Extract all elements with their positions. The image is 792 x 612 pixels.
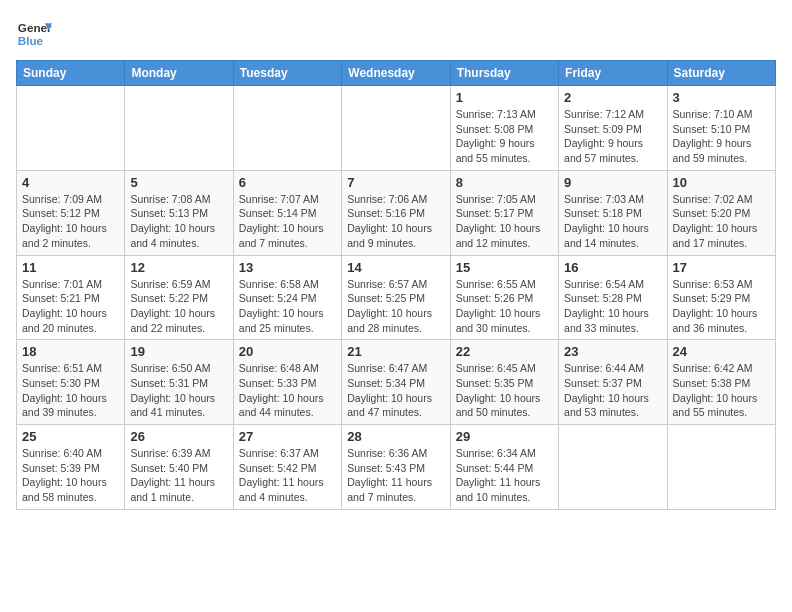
day-number: 17 xyxy=(673,260,770,275)
calendar-week-row: 1Sunrise: 7:13 AM Sunset: 5:08 PM Daylig… xyxy=(17,86,776,171)
calendar-cell: 1Sunrise: 7:13 AM Sunset: 5:08 PM Daylig… xyxy=(450,86,558,171)
day-number: 9 xyxy=(564,175,661,190)
dow-header: Monday xyxy=(125,61,233,86)
dow-header: Tuesday xyxy=(233,61,341,86)
logo: General Blue xyxy=(16,16,52,52)
day-info: Sunrise: 7:08 AM Sunset: 5:13 PM Dayligh… xyxy=(130,192,227,251)
day-number: 7 xyxy=(347,175,444,190)
day-info: Sunrise: 6:37 AM Sunset: 5:42 PM Dayligh… xyxy=(239,446,336,505)
day-number: 26 xyxy=(130,429,227,444)
day-info: Sunrise: 7:06 AM Sunset: 5:16 PM Dayligh… xyxy=(347,192,444,251)
calendar-cell: 17Sunrise: 6:53 AM Sunset: 5:29 PM Dayli… xyxy=(667,255,775,340)
calendar-cell xyxy=(233,86,341,171)
calendar-cell: 19Sunrise: 6:50 AM Sunset: 5:31 PM Dayli… xyxy=(125,340,233,425)
day-info: Sunrise: 6:39 AM Sunset: 5:40 PM Dayligh… xyxy=(130,446,227,505)
calendar-cell: 7Sunrise: 7:06 AM Sunset: 5:16 PM Daylig… xyxy=(342,170,450,255)
day-number: 29 xyxy=(456,429,553,444)
calendar-cell: 26Sunrise: 6:39 AM Sunset: 5:40 PM Dayli… xyxy=(125,425,233,510)
day-info: Sunrise: 6:57 AM Sunset: 5:25 PM Dayligh… xyxy=(347,277,444,336)
day-info: Sunrise: 6:36 AM Sunset: 5:43 PM Dayligh… xyxy=(347,446,444,505)
calendar-cell: 16Sunrise: 6:54 AM Sunset: 5:28 PM Dayli… xyxy=(559,255,667,340)
day-number: 13 xyxy=(239,260,336,275)
day-info: Sunrise: 7:13 AM Sunset: 5:08 PM Dayligh… xyxy=(456,107,553,166)
calendar-cell xyxy=(17,86,125,171)
day-number: 22 xyxy=(456,344,553,359)
day-number: 19 xyxy=(130,344,227,359)
calendar-cell: 28Sunrise: 6:36 AM Sunset: 5:43 PM Dayli… xyxy=(342,425,450,510)
calendar-cell: 11Sunrise: 7:01 AM Sunset: 5:21 PM Dayli… xyxy=(17,255,125,340)
dow-header: Sunday xyxy=(17,61,125,86)
day-info: Sunrise: 7:09 AM Sunset: 5:12 PM Dayligh… xyxy=(22,192,119,251)
calendar-cell: 29Sunrise: 6:34 AM Sunset: 5:44 PM Dayli… xyxy=(450,425,558,510)
day-info: Sunrise: 6:44 AM Sunset: 5:37 PM Dayligh… xyxy=(564,361,661,420)
calendar-cell: 6Sunrise: 7:07 AM Sunset: 5:14 PM Daylig… xyxy=(233,170,341,255)
dow-header: Wednesday xyxy=(342,61,450,86)
svg-text:Blue: Blue xyxy=(18,34,44,47)
day-number: 24 xyxy=(673,344,770,359)
calendar-cell: 9Sunrise: 7:03 AM Sunset: 5:18 PM Daylig… xyxy=(559,170,667,255)
calendar-cell: 18Sunrise: 6:51 AM Sunset: 5:30 PM Dayli… xyxy=(17,340,125,425)
calendar-week-row: 25Sunrise: 6:40 AM Sunset: 5:39 PM Dayli… xyxy=(17,425,776,510)
calendar-cell xyxy=(342,86,450,171)
dow-header: Saturday xyxy=(667,61,775,86)
page-header: General Blue xyxy=(16,16,776,52)
day-number: 2 xyxy=(564,90,661,105)
calendar-cell: 21Sunrise: 6:47 AM Sunset: 5:34 PM Dayli… xyxy=(342,340,450,425)
calendar-week-row: 18Sunrise: 6:51 AM Sunset: 5:30 PM Dayli… xyxy=(17,340,776,425)
calendar-cell xyxy=(667,425,775,510)
calendar-cell: 13Sunrise: 6:58 AM Sunset: 5:24 PM Dayli… xyxy=(233,255,341,340)
logo-icon: General Blue xyxy=(16,16,52,52)
day-number: 16 xyxy=(564,260,661,275)
calendar-cell: 12Sunrise: 6:59 AM Sunset: 5:22 PM Dayli… xyxy=(125,255,233,340)
calendar-cell: 27Sunrise: 6:37 AM Sunset: 5:42 PM Dayli… xyxy=(233,425,341,510)
day-number: 14 xyxy=(347,260,444,275)
calendar-cell: 24Sunrise: 6:42 AM Sunset: 5:38 PM Dayli… xyxy=(667,340,775,425)
svg-text:General: General xyxy=(18,21,52,34)
day-info: Sunrise: 6:48 AM Sunset: 5:33 PM Dayligh… xyxy=(239,361,336,420)
day-number: 11 xyxy=(22,260,119,275)
day-info: Sunrise: 6:50 AM Sunset: 5:31 PM Dayligh… xyxy=(130,361,227,420)
days-of-week-row: SundayMondayTuesdayWednesdayThursdayFrid… xyxy=(17,61,776,86)
day-info: Sunrise: 7:05 AM Sunset: 5:17 PM Dayligh… xyxy=(456,192,553,251)
day-info: Sunrise: 7:01 AM Sunset: 5:21 PM Dayligh… xyxy=(22,277,119,336)
day-info: Sunrise: 6:40 AM Sunset: 5:39 PM Dayligh… xyxy=(22,446,119,505)
day-info: Sunrise: 7:07 AM Sunset: 5:14 PM Dayligh… xyxy=(239,192,336,251)
day-info: Sunrise: 7:03 AM Sunset: 5:18 PM Dayligh… xyxy=(564,192,661,251)
dow-header: Thursday xyxy=(450,61,558,86)
day-number: 5 xyxy=(130,175,227,190)
day-info: Sunrise: 6:42 AM Sunset: 5:38 PM Dayligh… xyxy=(673,361,770,420)
day-number: 21 xyxy=(347,344,444,359)
day-info: Sunrise: 6:34 AM Sunset: 5:44 PM Dayligh… xyxy=(456,446,553,505)
calendar-table: SundayMondayTuesdayWednesdayThursdayFrid… xyxy=(16,60,776,510)
day-number: 27 xyxy=(239,429,336,444)
day-info: Sunrise: 7:02 AM Sunset: 5:20 PM Dayligh… xyxy=(673,192,770,251)
day-number: 18 xyxy=(22,344,119,359)
day-number: 20 xyxy=(239,344,336,359)
day-number: 10 xyxy=(673,175,770,190)
calendar-cell: 22Sunrise: 6:45 AM Sunset: 5:35 PM Dayli… xyxy=(450,340,558,425)
calendar-cell: 10Sunrise: 7:02 AM Sunset: 5:20 PM Dayli… xyxy=(667,170,775,255)
day-number: 12 xyxy=(130,260,227,275)
day-info: Sunrise: 7:12 AM Sunset: 5:09 PM Dayligh… xyxy=(564,107,661,166)
day-number: 8 xyxy=(456,175,553,190)
calendar-cell: 14Sunrise: 6:57 AM Sunset: 5:25 PM Dayli… xyxy=(342,255,450,340)
calendar-cell: 5Sunrise: 7:08 AM Sunset: 5:13 PM Daylig… xyxy=(125,170,233,255)
day-number: 25 xyxy=(22,429,119,444)
calendar-week-row: 11Sunrise: 7:01 AM Sunset: 5:21 PM Dayli… xyxy=(17,255,776,340)
calendar-cell: 23Sunrise: 6:44 AM Sunset: 5:37 PM Dayli… xyxy=(559,340,667,425)
day-number: 6 xyxy=(239,175,336,190)
day-info: Sunrise: 6:54 AM Sunset: 5:28 PM Dayligh… xyxy=(564,277,661,336)
day-info: Sunrise: 6:51 AM Sunset: 5:30 PM Dayligh… xyxy=(22,361,119,420)
calendar-cell: 2Sunrise: 7:12 AM Sunset: 5:09 PM Daylig… xyxy=(559,86,667,171)
calendar-cell: 4Sunrise: 7:09 AM Sunset: 5:12 PM Daylig… xyxy=(17,170,125,255)
day-info: Sunrise: 6:55 AM Sunset: 5:26 PM Dayligh… xyxy=(456,277,553,336)
day-info: Sunrise: 6:45 AM Sunset: 5:35 PM Dayligh… xyxy=(456,361,553,420)
day-number: 3 xyxy=(673,90,770,105)
calendar-cell: 20Sunrise: 6:48 AM Sunset: 5:33 PM Dayli… xyxy=(233,340,341,425)
day-number: 15 xyxy=(456,260,553,275)
calendar-body: 1Sunrise: 7:13 AM Sunset: 5:08 PM Daylig… xyxy=(17,86,776,510)
day-number: 4 xyxy=(22,175,119,190)
calendar-week-row: 4Sunrise: 7:09 AM Sunset: 5:12 PM Daylig… xyxy=(17,170,776,255)
day-number: 23 xyxy=(564,344,661,359)
calendar-cell: 25Sunrise: 6:40 AM Sunset: 5:39 PM Dayli… xyxy=(17,425,125,510)
